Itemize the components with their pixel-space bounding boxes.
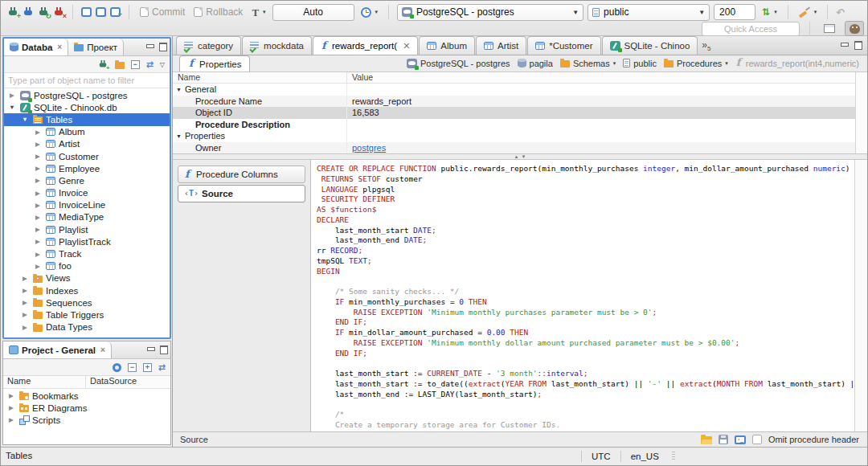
column-header-datasource[interactable]: DataSource [86,376,137,388]
maximize-icon[interactable] [159,345,168,354]
property-row-owner[interactable]: Ownerpostgres [173,142,867,154]
tree-item-genre[interactable]: ▶Genre [4,174,170,186]
project-item-bookmarks[interactable]: ▶Bookmarks [3,390,170,402]
chevron-right-icon[interactable]: ▶ [33,251,43,258]
new-folder-icon[interactable] [115,62,125,69]
minimize-icon[interactable] [840,41,849,49]
new-sql-editor-icon[interactable] [81,7,92,17]
breadcrumb-pagila[interactable]: pagila [518,59,553,68]
editor-tab-mockdata[interactable]: mockdata [242,36,312,55]
tree-item-invoiceline[interactable]: ▶InvoiceLine [4,199,170,211]
rollback-button[interactable]: Rollback [191,5,245,19]
chevron-down-icon[interactable]: ▼ [20,116,30,123]
tree-item-data-types[interactable]: ▶Data Types [4,321,170,333]
side-tab-procedure-columns[interactable]: Procedure Columns [178,166,305,183]
chevron-right-icon[interactable]: ▶ [7,92,17,99]
chevron-down-icon[interactable]: ▾ [613,60,616,67]
close-icon[interactable]: ✕ [403,41,410,51]
chevron-right-icon[interactable]: ▶ [33,165,43,172]
refresh-button[interactable]: ⇅ ▾ [760,6,780,18]
properties-scrollbar[interactable] [855,72,867,153]
tree-item-artist[interactable]: ▶Artist [4,138,170,150]
chevron-right-icon[interactable]: ▶ [33,141,43,148]
tree-item-table-triggers[interactable]: ▶Table Triggers [4,309,170,321]
chevron-right-icon[interactable]: ▶ [33,129,43,136]
editor-tab-rewards-report[interactable]: rewards_report(✕ [313,36,418,55]
chevron-right-icon[interactable]: ▶ [33,177,43,184]
load-from-file-icon[interactable] [701,436,712,444]
editor-tab-album[interactable]: Album [419,36,475,55]
chevron-right-icon[interactable]: ▶ [33,190,43,197]
chevron-right-icon[interactable]: ▶ [33,238,43,245]
chevron-right-icon[interactable]: ▶ [33,153,43,160]
chevron-right-icon[interactable]: ▶ [33,263,43,270]
chevron-right-icon[interactable]: ▶ [33,226,43,233]
tree-item-invoice[interactable]: ▶Invoice [4,187,170,199]
fetch-size-input[interactable]: 200 [714,4,755,20]
link-with-editor-icon[interactable]: ⇄ [146,60,154,69]
property-row-general[interactable]: ▼General [173,84,867,96]
tree-item-indexes[interactable]: ▶Indexes [4,284,170,296]
maximize-icon[interactable] [854,41,862,49]
chevron-right-icon[interactable]: ▶ [20,287,30,294]
tree-item-track[interactable]: ▶Track [4,247,170,260]
reconnect-icon[interactable]: ↻ [38,7,49,18]
tree-item-employee[interactable]: ▶Employee [4,162,170,174]
collapse-all-icon[interactable]: − [131,60,140,69]
schema-combo[interactable]: public ▼ [588,4,710,21]
invalidate-icon[interactable]: × [53,7,64,18]
property-row-procedure-description[interactable]: Procedure Description [173,119,867,131]
tab-properties[interactable]: Properties [179,55,250,72]
chevron-down-icon[interactable]: ▼ [7,104,17,111]
perspective-dbeaver-button[interactable] [845,21,864,36]
properties-column-value[interactable]: Value [347,72,373,83]
source-editor[interactable]: CREATE OR REPLACE FUNCTION public.reward… [311,160,854,431]
source-scrollbar[interactable] [854,160,867,431]
property-value-link[interactable]: postgres [352,143,386,153]
side-tab-source[interactable]: Source [178,185,305,202]
close-icon[interactable]: × [57,43,62,51]
tree-item-customer[interactable]: ▶Customer [4,150,170,162]
tree-item-playlist[interactable]: ▶Playlist [4,223,170,235]
chevron-right-icon[interactable]: ▶ [20,275,30,282]
tree-item-sqlite-chinook-db[interactable]: ▼SQLite - Chinook.db [4,101,170,113]
view-menu-icon[interactable]: ▽ [160,61,165,68]
property-row-procedure-name[interactable]: Procedure Namerewards_report [173,96,867,108]
omit-procedure-header-checkbox[interactable] [752,435,762,444]
tree-item-album[interactable]: ▶Album [4,126,170,138]
new-sql-script-icon[interactable]: + [110,7,121,17]
status-timezone[interactable]: UTC [581,451,620,462]
property-row-properties[interactable]: ▼Properties [173,130,867,142]
object-filter-input[interactable]: Type part of object name to filter [4,73,170,88]
splitter-handle[interactable]: ▲▼ [173,153,867,160]
chevron-down-icon[interactable]: ▾ [725,60,728,67]
editor-tab-sqlite-chinoo[interactable]: SQLite - Chinoo [602,36,698,55]
editor-tab-artist[interactable]: Artist [476,36,526,55]
status-locale[interactable]: en_US [620,451,669,462]
chevron-right-icon[interactable]: ▶ [20,324,30,331]
datasource-combo[interactable]: PostgreSQL - postgres ▼ [397,4,583,21]
breadcrumb-schemas[interactable]: Schemas▾ [560,59,616,68]
transaction-log-button[interactable]: T ▾ [249,6,268,19]
chevron-right-icon[interactable]: ▶ [6,392,16,399]
editor-tab-category[interactable]: category [176,36,241,55]
link-with-editor-icon[interactable]: ⇄ [158,363,166,372]
minimize-icon[interactable] [146,345,155,354]
tree-item-mediatype[interactable]: ▶MediaType [4,211,170,223]
expand-all-icon[interactable]: + [143,363,152,372]
chevron-right-icon[interactable]: ▶ [6,404,16,411]
minimize-icon[interactable] [145,43,154,51]
tree-item-sequences[interactable]: ▶Sequences [4,296,170,309]
project-item-scripts[interactable]: ▶Scripts [3,414,170,426]
chevron-down-icon[interactable]: ▼ [173,133,182,139]
undo-icon[interactable]: ↶ [836,7,845,18]
tab-overflow-chevron[interactable]: »5 [702,39,710,55]
chevron-right-icon[interactable]: ▶ [6,416,16,423]
breadcrumb-rewards-report-int4-numeric[interactable]: rewards_report(int4,numeric) [735,58,859,68]
chevron-right-icon[interactable]: ▶ [20,299,30,306]
breadcrumb-public[interactable]: public [623,59,657,68]
gear-icon[interactable] [113,363,121,372]
chevron-right-icon[interactable]: ▶ [20,311,30,318]
maximize-icon[interactable] [158,43,167,51]
tree-item-views[interactable]: ▶Views [4,272,170,284]
